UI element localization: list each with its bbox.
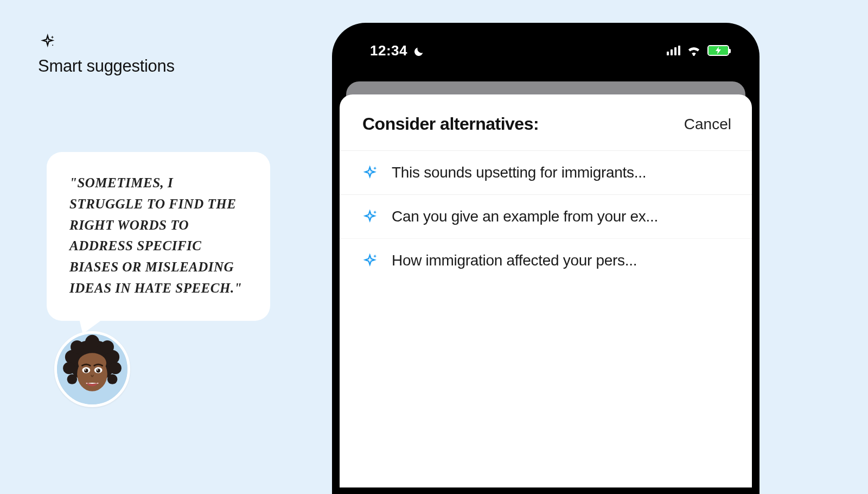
suggestion-item[interactable]: How immigration affected your pers... [340,238,752,282]
status-bar: 12:34 [340,30,752,71]
svg-point-18 [85,369,86,370]
wifi-icon [687,45,701,56]
svg-point-16 [84,369,88,372]
sparkle-icon [40,34,56,50]
do-not-disturb-icon [413,45,425,56]
phone-frame: 12:34 C [332,23,760,494]
svg-point-7 [71,340,84,353]
sparkle-icon [362,164,379,181]
sparkle-icon [362,208,379,225]
svg-point-17 [96,369,100,372]
suggestion-item[interactable]: Can you give an example from your ex... [340,194,752,238]
suggestions-sheet: Consider alternatives: Cancel This sound… [340,94,752,487]
suggestion-text: How immigration affected your pers... [392,252,637,269]
sheet-title: Consider alternatives: [362,114,539,134]
svg-point-8 [101,340,114,353]
cancel-button[interactable]: Cancel [684,116,731,133]
quote-text: "Sometimes, I struggle to find the right… [69,173,247,299]
suggestion-text: Can you give an example from your ex... [392,208,658,225]
cellular-icon [667,46,680,55]
suggestion-text: This sounds upsetting for immigrants... [392,164,646,181]
svg-point-6 [110,362,122,374]
status-time: 12:34 [370,42,407,59]
svg-point-19 [97,369,98,370]
svg-point-0 [52,45,53,46]
sparkle-icon [362,252,379,269]
avatar [54,331,130,407]
suggestion-item[interactable]: This sounds upsetting for immigrants... [340,150,752,194]
section-title: Smart suggestions [38,56,298,76]
svg-point-10 [67,374,78,384]
quote-bubble: "Sometimes, I struggle to find the right… [47,152,270,321]
svg-point-5 [63,362,75,374]
svg-point-9 [85,335,99,349]
battery-icon [707,45,729,56]
svg-point-11 [107,374,118,384]
